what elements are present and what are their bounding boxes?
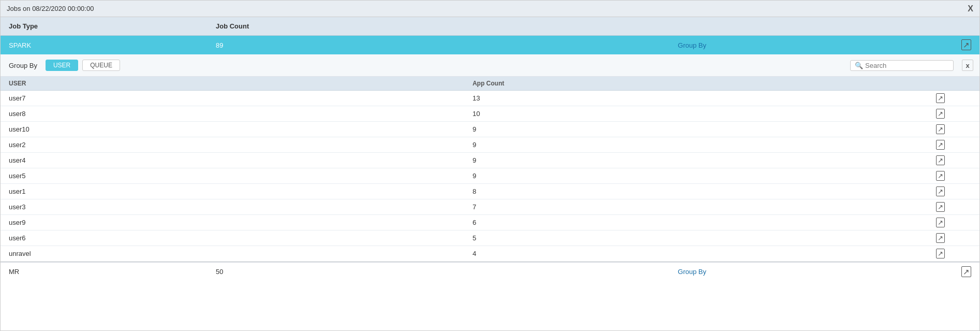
tab-queue-button[interactable]: QUEUE [82, 60, 120, 71]
row-ext-link-cell: ↗ [928, 231, 979, 246]
mr-ext-link-icon: ↗ [961, 266, 971, 277]
spark-group-by-cell: Group By [423, 41, 961, 49]
inner-col-header-app-count: App Count [464, 77, 928, 91]
search-input[interactable] [865, 62, 948, 69]
table-row: user9 6 ↗ [1, 215, 979, 231]
user-cell: user2 [1, 137, 464, 153]
row-ext-link-button[interactable]: ↗ [936, 125, 945, 133]
row-ext-link-icon: ↗ [936, 233, 945, 243]
title-bar: Jobs on 08/22/2020 00:00:00 X [1, 1, 979, 17]
row-ext-link-cell: ↗ [928, 184, 979, 199]
col-header-job-type: Job Type [9, 22, 216, 30]
row-ext-link-button[interactable]: ↗ [936, 250, 945, 257]
app-count-cell: 13 [464, 91, 928, 106]
row-ext-link-icon: ↗ [936, 171, 945, 181]
group-by-label: Group By [9, 62, 37, 69]
main-window: Jobs on 08/22/2020 00:00:00 X Job Type J… [0, 0, 980, 331]
mr-job-type: MR [9, 268, 216, 276]
user-cell: user1 [1, 184, 464, 199]
row-ext-link-cell: ↗ [928, 91, 979, 106]
app-count-cell: 8 [464, 184, 928, 199]
inner-col-header-user: USER [1, 77, 464, 91]
search-wrapper: 🔍 [850, 60, 954, 71]
table-row: user2 9 ↗ [1, 137, 979, 153]
table-row: user3 7 ↗ [1, 199, 979, 215]
user-cell: user3 [1, 199, 464, 215]
table-row: user5 9 ↗ [1, 168, 979, 184]
table-row: user8 10 ↗ [1, 106, 979, 122]
row-ext-link-cell: ↗ [928, 153, 979, 168]
app-count-cell: 9 [464, 168, 928, 184]
row-ext-link-button[interactable]: ↗ [936, 172, 945, 180]
app-count-cell: 4 [464, 246, 928, 262]
spark-ext-link-cell: ↗ [961, 40, 971, 50]
mr-ext-link-cell: ↗ [961, 267, 971, 277]
row-ext-link-button[interactable]: ↗ [936, 203, 945, 211]
row-ext-link-cell: ↗ [928, 106, 979, 122]
row-ext-link-icon: ↗ [936, 140, 945, 150]
inner-col-header-link [928, 77, 979, 91]
app-count-cell: 5 [464, 231, 928, 246]
table-row: user4 9 ↗ [1, 153, 979, 168]
tab-user-button[interactable]: USER [46, 60, 78, 71]
row-ext-link-cell: ↗ [928, 168, 979, 184]
table-row: user7 13 ↗ [1, 91, 979, 106]
row-ext-link-cell: ↗ [928, 122, 979, 137]
spark-job-type: SPARK [9, 41, 216, 49]
table-row: user1 8 ↗ [1, 184, 979, 199]
row-ext-link-icon: ↗ [936, 93, 945, 103]
user-cell: user5 [1, 168, 464, 184]
row-ext-link-button[interactable]: ↗ [936, 141, 945, 149]
app-count-cell: 10 [464, 106, 928, 122]
row-ext-link-icon: ↗ [936, 186, 945, 196]
col-header-job-count: Job Count [216, 22, 249, 30]
spark-job-count: 89 [216, 41, 423, 49]
row-ext-link-icon: ↗ [936, 249, 945, 258]
app-count-cell: 9 [464, 122, 928, 137]
row-ext-link-button[interactable]: ↗ [936, 94, 945, 102]
close-panel-button[interactable]: x [962, 60, 973, 71]
group-panel: Group By USER QUEUE 🔍 x USER App Count u… [1, 54, 979, 262]
mr-ext-link-button[interactable]: ↗ [961, 267, 971, 277]
user-cell: user4 [1, 153, 464, 168]
table-row: user6 5 ↗ [1, 231, 979, 246]
user-cell: user6 [1, 231, 464, 246]
row-ext-link-cell: ↗ [928, 199, 979, 215]
inner-table-header-row: USER App Count [1, 77, 979, 91]
row-ext-link-icon: ↗ [936, 202, 945, 212]
spark-row: SPARK 89 Group By ↗ [1, 36, 979, 54]
mr-job-count: 50 [216, 268, 423, 276]
group-panel-toolbar: Group By USER QUEUE 🔍 x [1, 54, 979, 77]
row-ext-link-icon: ↗ [936, 109, 945, 119]
row-ext-link-button[interactable]: ↗ [936, 110, 945, 118]
close-window-button[interactable]: X [968, 5, 973, 13]
mr-row: MR 50 Group By ↗ [1, 262, 979, 281]
title-bar-text: Jobs on 08/22/2020 00:00:00 [7, 5, 94, 12]
main-table-header: Job Type Job Count [1, 17, 979, 36]
row-ext-link-cell: ↗ [928, 215, 979, 231]
inner-table: USER App Count user7 13 ↗ user8 10 ↗ [1, 77, 979, 262]
row-ext-link-button[interactable]: ↗ [936, 156, 945, 164]
app-count-cell: 9 [464, 153, 928, 168]
row-ext-link-button[interactable]: ↗ [936, 234, 945, 242]
row-ext-link-icon: ↗ [936, 124, 945, 134]
spark-ext-link-button[interactable]: ↗ [961, 40, 971, 50]
user-cell: unravel [1, 246, 464, 262]
spark-group-by-button[interactable]: Group By [678, 41, 706, 49]
row-ext-link-cell: ↗ [928, 137, 979, 153]
row-ext-link-cell: ↗ [928, 246, 979, 262]
table-row: user10 9 ↗ [1, 122, 979, 137]
app-count-cell: 7 [464, 199, 928, 215]
user-cell: user8 [1, 106, 464, 122]
search-icon: 🔍 [855, 62, 863, 69]
mr-group-by-button[interactable]: Group By [678, 268, 706, 276]
app-count-cell: 6 [464, 215, 928, 231]
row-ext-link-button[interactable]: ↗ [936, 188, 945, 195]
row-ext-link-icon: ↗ [936, 218, 945, 227]
app-count-cell: 9 [464, 137, 928, 153]
row-ext-link-button[interactable]: ↗ [936, 219, 945, 226]
table-row: unravel 4 ↗ [1, 246, 979, 262]
mr-group-by-cell: Group By [423, 268, 961, 276]
user-cell: user10 [1, 122, 464, 137]
user-cell: user9 [1, 215, 464, 231]
